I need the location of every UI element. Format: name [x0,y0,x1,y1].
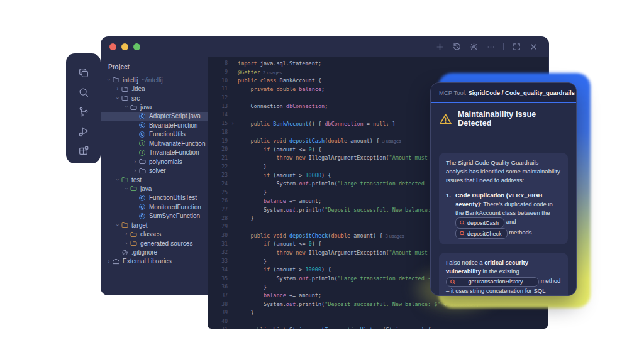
interface-icon: I [138,140,146,147]
mcp-tool-popup: MCP Tool: SigridCode / Code_quality_guar… [430,82,577,296]
code-text: } [238,258,267,265]
method-chip-depositCash[interactable]: depositCash [455,217,504,228]
line-number: 10 [208,78,228,84]
tree-item-path: ~/intellij [142,77,163,84]
more-icon[interactable] [486,42,495,51]
chevron-closed-icon[interactable]: › [132,168,138,173]
traffic-light-close[interactable] [109,43,116,50]
chevron-closed-icon[interactable]: › [123,241,130,246]
maximize-icon[interactable] [512,42,521,51]
tree-item-label: java [140,104,152,111]
project-tree[interactable]: ›intellij~/intellij›.idea›src›javaCAdapt… [101,75,208,266]
tree-item--idea[interactable]: ›.idea [101,84,208,93]
code-text: if (amount <= 0) { [238,146,321,153]
chevron-open-icon[interactable]: › [124,104,130,111]
tree-item-external-libraries[interactable]: ›External Libraries [101,257,208,266]
tree-item-java[interactable]: ›java [101,102,208,111]
line-number: 8 [208,60,228,66]
tree-item-label: FunctionUtils [149,131,186,138]
vcs-icon[interactable] [77,106,90,118]
line-number: 12 [208,95,228,101]
tree-item-src[interactable]: ›src [101,94,208,102]
project-panel: Project ›intellij~/intellij›.idea›src›ja… [101,58,208,295]
code-text: if (amount > 10000) { [238,266,331,273]
chevron-open-icon[interactable]: › [115,95,121,101]
folder-icon [121,85,128,92]
code-text: public List<String> getTransactionHistor… [238,327,431,329]
tree-item-polynomials[interactable]: ›polynomials [101,157,208,166]
run-icon[interactable] [77,125,90,138]
chevron-closed-icon[interactable]: › [132,159,138,165]
tree-item-label: classes [140,231,161,238]
code-text: private double balance; [238,86,325,92]
line-number: 13 [208,104,228,109]
tree-item-trivariatefunction[interactable]: ITrivariateFunction [101,148,208,157]
popup-header: MCP Tool: SigridCode / Code_quality_guar… [431,83,576,102]
tree-item-intellij[interactable]: ›intellij~/intellij [101,75,208,84]
line-number: 26 [208,198,228,204]
line-number: 21 [208,155,228,161]
message-card-2: I also notice a critical security vulner… [439,253,568,296]
line-number: 40 [208,319,228,324]
line-number: 22 [208,164,228,170]
method-chip-depositCheck[interactable]: depositCheck [455,228,508,239]
tree-item-classes[interactable]: ›classes [101,229,208,238]
tree-item-label: AdapterScript.java [149,112,201,119]
tree-item-test[interactable]: ›test [101,175,208,184]
tree-item-label: BivariateFunction [149,122,197,129]
tree-item-target[interactable]: ›target [101,221,208,229]
modules-icon[interactable] [77,145,90,157]
code-text: public void depositCheck(double amount) … [238,233,404,239]
tree-item-functionutilstest[interactable]: CFunctionUtilsTest [101,194,208,202]
tree-item-solver[interactable]: ›solver [101,166,208,175]
chevron-open-icon[interactable]: › [124,185,130,192]
close-icon[interactable] [529,42,538,51]
tree-item-label: target [131,222,148,229]
tree-item-functionutils[interactable]: CFunctionUtils [101,130,208,139]
tree-item-label: SumSyncFunction [149,212,200,219]
traffic-light-minimize[interactable] [121,43,128,50]
code-text: Connection dbConnection; [238,103,328,109]
tree-item-label: External Libraries [123,258,172,265]
line-number: 25 [208,190,228,195]
issue-list-item-text: Code Duplication (VERY_HIGH severity): T… [455,191,561,239]
tree-item-java[interactable]: ›java [101,184,208,193]
folder-test-icon [121,177,128,184]
chevron-open-icon[interactable]: › [115,177,121,183]
desktop-canvas: Project ›intellij~/intellij›.idea›src›ja… [0,0,644,362]
tree-item-label: .idea [131,85,145,92]
interface-icon: I [138,149,146,156]
tree-item--gitignore[interactable]: .gitignore [101,248,208,256]
tree-item-adapterscript-java[interactable]: CAdapterScript.java [101,112,208,121]
chevron-closed-icon[interactable]: › [123,231,130,237]
tree-item-bivariatefunction[interactable]: CBivariateFunction [101,121,208,129]
tree-item-sumsyncfunction[interactable]: CSumSyncFunction [101,212,208,221]
tree-item-multivariatefunction[interactable]: IMultivariateFunction [101,139,208,148]
line-number: 23 [208,172,228,178]
warning-icon [439,113,452,125]
method-icon [459,231,465,236]
analysis-intro: The Sigrid Code Quality Guardrails analy… [446,158,561,185]
tree-item-generated-sources[interactable]: ›generated-sources [101,239,208,248]
issue-list-item: 1. Code Duplication (VERY_HIGH severity)… [446,191,561,239]
chevron-open-icon[interactable]: › [106,77,112,83]
history-icon[interactable] [452,42,461,51]
copy-icon[interactable] [77,67,90,79]
chevron-closed-icon[interactable]: › [106,259,112,265]
line-number: 33 [208,258,228,264]
tree-item-monitoredfunction[interactable]: CMonitoredFunction [101,202,208,211]
code-text: balance += amount; [238,198,321,204]
class-icon: C [138,131,146,138]
chevron-closed-icon[interactable]: › [114,86,121,92]
plus-icon[interactable] [435,42,444,51]
tree-item-label: java [140,185,152,192]
search-icon[interactable] [77,86,90,99]
line-number: 28 [208,216,228,221]
tree-item-label: generated-sources [140,240,192,247]
line-number: 37 [208,293,228,299]
settings-icon[interactable] [469,42,478,51]
chevron-open-icon[interactable]: › [115,222,121,228]
traffic-light-zoom[interactable] [133,43,140,50]
fold-arrow-icon[interactable]: › [228,121,238,126]
method-chip-getTransactionHistory[interactable]: getTransactionHistory [446,277,539,287]
